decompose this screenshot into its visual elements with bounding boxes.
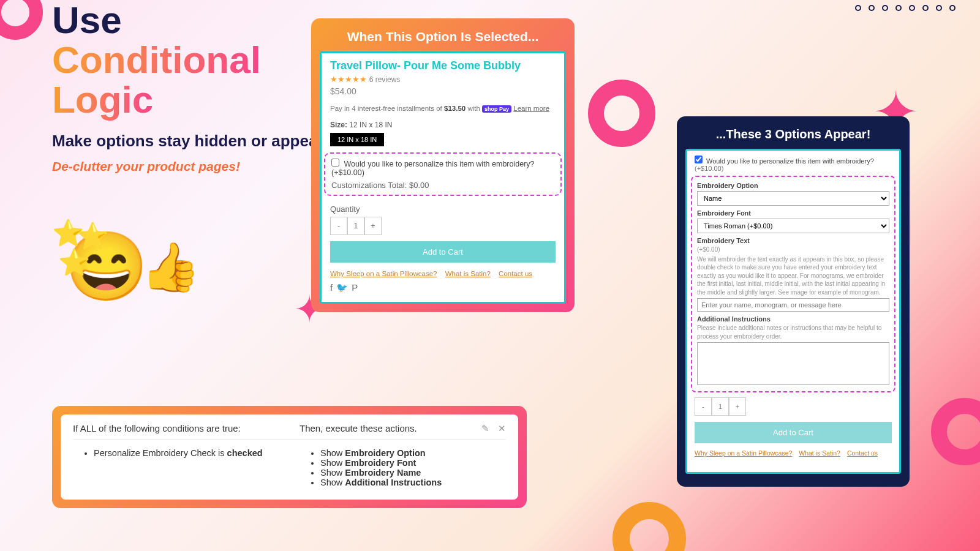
qty-value: 1 bbox=[712, 397, 729, 416]
embroidery-text-input[interactable] bbox=[697, 298, 889, 312]
quantity-label: Quantity bbox=[330, 204, 556, 214]
headline-accent: Conditional bbox=[52, 39, 261, 81]
star-rating: ★★★★★ bbox=[330, 75, 367, 84]
embroidery-font-label: Embroidery Font bbox=[697, 209, 889, 217]
rule-action: Show Embroidery Font bbox=[320, 458, 506, 468]
bg-ring bbox=[612, 502, 686, 551]
size-swatch[interactable]: 12 IN x 18 IN bbox=[330, 133, 384, 146]
rules-panel: If ALL of the following conditions are t… bbox=[52, 406, 527, 508]
footer-link[interactable]: Contact us bbox=[847, 449, 878, 457]
headline-accent: Logic bbox=[52, 78, 153, 121]
personalize-checkbox[interactable] bbox=[331, 159, 339, 167]
product-name: Travel Pillow- Pour Me Some Bubbly bbox=[330, 59, 556, 72]
close-icon[interactable]: ✕ bbox=[498, 423, 506, 433]
rules-then-label: Then, execute these actions. bbox=[300, 423, 475, 433]
rule-action: Show Embroidery Option bbox=[320, 448, 506, 458]
panel-options-appear: ...These 3 Options Appear! Would you lik… bbox=[677, 116, 910, 487]
personalize-price: (+$10.00) bbox=[695, 165, 723, 172]
footer-links: Why Sleep on a Satin Pillowcase? What is… bbox=[330, 270, 556, 277]
qty-minus[interactable]: - bbox=[695, 397, 712, 416]
embroidery-font-select[interactable]: Times Roman (+$0.00) bbox=[697, 219, 889, 233]
additional-instructions-label: Additional Instructions bbox=[697, 315, 889, 323]
embroidery-text-label: Embroidery Text bbox=[697, 237, 889, 244]
personalize-price: (+$10.00) bbox=[331, 168, 364, 177]
footer-link[interactable]: What is Satin? bbox=[445, 270, 491, 277]
bg-ring bbox=[0, 0, 43, 40]
installment-text: Pay in 4 interest-free installments of $… bbox=[330, 105, 556, 112]
footer-link[interactable]: What is Satin? bbox=[799, 449, 840, 457]
panel-when-selected: When This Option Is Selected... Travel P… bbox=[311, 18, 575, 312]
add-to-cart-button[interactable]: Add to Cart bbox=[330, 241, 556, 263]
panel-title: ...These 3 Options Appear! bbox=[685, 127, 901, 141]
embroidery-option-select[interactable]: Name bbox=[697, 191, 889, 206]
product-preview-expanded: Would you like to personalize this item … bbox=[685, 149, 901, 474]
emoji-group: ⭐⭐⭐ 😄👍 bbox=[64, 233, 208, 300]
decorative-dots bbox=[855, 5, 956, 11]
bg-ring bbox=[588, 80, 655, 147]
bg-ring bbox=[931, 398, 980, 465]
personalize-checkbox[interactable] bbox=[695, 156, 703, 163]
embroidery-option-label: Embroidery Option bbox=[697, 182, 889, 189]
review-count: 6 reviews bbox=[369, 75, 401, 84]
additional-instructions-desc: Please include additional notes or instr… bbox=[697, 324, 889, 340]
embroidery-text-price: (+$0.00) bbox=[697, 246, 889, 254]
social-icons: f🐦P bbox=[330, 282, 556, 293]
footer-link[interactable]: Contact us bbox=[499, 270, 532, 277]
qty-minus[interactable]: - bbox=[330, 217, 347, 235]
panel-title: When This Option Is Selected... bbox=[320, 29, 566, 44]
rule-condition: Personalize Embroidery Check is checked bbox=[94, 448, 300, 458]
rule-action: Show Additional Instructions bbox=[320, 478, 506, 487]
add-to-cart-button[interactable]: Add to Cart bbox=[695, 422, 892, 443]
product-preview: Travel Pillow- Pour Me Some Bubbly ★★★★★… bbox=[320, 51, 566, 304]
rule-action: Show Embroidery Name bbox=[320, 468, 506, 478]
twitter-icon[interactable]: 🐦 bbox=[336, 282, 352, 293]
headline-word: Use bbox=[52, 0, 122, 41]
personalize-label: Would you like to personalize this item … bbox=[344, 160, 534, 168]
footer-link[interactable]: Why Sleep on a Satin Pillowcase? bbox=[330, 270, 437, 277]
quantity-stepper[interactable]: - 1 + bbox=[330, 217, 556, 235]
product-price: $54.00 bbox=[330, 86, 556, 96]
size-label: Size: 12 IN x 18 IN bbox=[330, 121, 556, 129]
quantity-stepper[interactable]: - 1 + bbox=[695, 397, 892, 416]
pinterest-icon[interactable]: P bbox=[352, 282, 361, 293]
revealed-options-box: Embroidery Option Name Embroidery Font T… bbox=[691, 176, 895, 392]
footer-link[interactable]: Why Sleep on a Satin Pillowcase? bbox=[695, 449, 792, 457]
highlighted-option: Would you like to personalize this item … bbox=[324, 152, 562, 196]
edit-icon[interactable]: ✎ bbox=[481, 423, 489, 433]
shoppay-badge: shop Pay bbox=[482, 105, 511, 113]
embroidery-text-desc: We will embroider the text exactly as it… bbox=[697, 255, 889, 297]
rules-if-label: If ALL of the following conditions are t… bbox=[73, 423, 300, 433]
qty-plus[interactable]: + bbox=[729, 397, 746, 416]
personalize-label: Would you like to personalize this item … bbox=[706, 157, 874, 165]
additional-instructions-textarea[interactable] bbox=[697, 342, 889, 385]
customizations-total: Customizations Total: $0.00 bbox=[331, 181, 554, 190]
learn-more-link[interactable]: Learn more bbox=[513, 105, 549, 112]
facebook-icon[interactable]: f bbox=[330, 282, 336, 293]
qty-plus[interactable]: + bbox=[364, 217, 382, 235]
qty-value: 1 bbox=[347, 217, 364, 235]
